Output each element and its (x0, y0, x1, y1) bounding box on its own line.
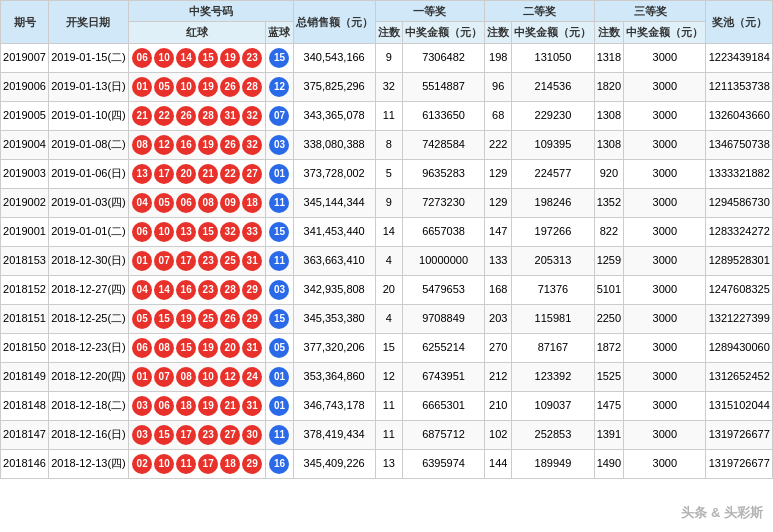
cell-first-amount: 6657038 (402, 217, 484, 246)
cell-first-amount: 6875712 (402, 420, 484, 449)
cell-date: 2019-01-03(四) (49, 188, 129, 217)
cell-pool: 1211353738 (706, 72, 773, 101)
cell-first-amount: 9635283 (402, 159, 484, 188)
blue-ball: 07 (269, 106, 289, 126)
cell-second-bets: 102 (485, 420, 512, 449)
cell-second-bets: 129 (485, 188, 512, 217)
red-ball: 11 (176, 454, 196, 474)
header-total-sales: 总销售额（元） (293, 1, 375, 44)
cell-date: 2018-12-18(二) (49, 391, 129, 420)
cell-third-amount: 3000 (624, 333, 706, 362)
cell-period: 2018151 (1, 304, 49, 333)
red-ball: 27 (220, 425, 240, 445)
cell-first-amount: 6395974 (402, 449, 484, 478)
blue-ball: 11 (269, 251, 289, 271)
red-ball: 31 (242, 338, 262, 358)
red-ball: 23 (198, 425, 218, 445)
cell-third-amount: 3000 (624, 188, 706, 217)
red-ball: 01 (132, 367, 152, 387)
red-ball: 03 (132, 425, 152, 445)
cell-pool: 1321227399 (706, 304, 773, 333)
cell-second-amount: 189949 (512, 449, 594, 478)
table-row: 20190052019-01-10(四)21222628313207343,36… (1, 101, 773, 130)
cell-first-bets: 11 (375, 420, 402, 449)
red-ball: 26 (220, 77, 240, 97)
red-ball: 19 (198, 338, 218, 358)
cell-period: 2019007 (1, 43, 49, 72)
cell-total-sales: 377,320,206 (293, 333, 375, 362)
red-ball: 01 (132, 77, 152, 97)
cell-period: 2019003 (1, 159, 49, 188)
cell-second-bets: 212 (485, 362, 512, 391)
cell-first-amount: 6665301 (402, 391, 484, 420)
blue-ball: 15 (269, 48, 289, 68)
red-ball: 22 (220, 164, 240, 184)
cell-date: 2019-01-13(日) (49, 72, 129, 101)
red-ball: 08 (132, 135, 152, 155)
cell-third-bets: 1872 (594, 333, 624, 362)
header-red-ball: 红球 (128, 22, 266, 43)
cell-red-balls: 061013153233 (128, 217, 266, 246)
cell-date: 2019-01-15(二) (49, 43, 129, 72)
red-ball: 25 (198, 309, 218, 329)
cell-pool: 1283324272 (706, 217, 773, 246)
red-ball: 23 (198, 251, 218, 271)
header-third-bets: 注数 (594, 22, 624, 43)
cell-second-bets: 144 (485, 449, 512, 478)
red-ball: 21 (132, 106, 152, 126)
cell-second-bets: 168 (485, 275, 512, 304)
cell-second-bets: 129 (485, 159, 512, 188)
cell-pool: 1319726677 (706, 420, 773, 449)
red-ball: 19 (198, 135, 218, 155)
red-ball: 26 (176, 106, 196, 126)
red-ball: 28 (242, 77, 262, 97)
red-ball: 04 (132, 280, 152, 300)
red-ball: 32 (220, 222, 240, 242)
red-ball: 06 (132, 222, 152, 242)
blue-ball: 01 (269, 367, 289, 387)
red-ball: 15 (154, 425, 174, 445)
cell-red-balls: 131720212227 (128, 159, 266, 188)
cell-second-amount: 109037 (512, 391, 594, 420)
cell-red-balls: 010717232531 (128, 246, 266, 275)
red-ball: 31 (220, 106, 240, 126)
red-ball: 17 (176, 425, 196, 445)
cell-first-bets: 11 (375, 101, 402, 130)
cell-date: 2018-12-30(日) (49, 246, 129, 275)
red-ball: 13 (132, 164, 152, 184)
cell-total-sales: 345,144,344 (293, 188, 375, 217)
header-second-bets: 注数 (485, 22, 512, 43)
header-blue-ball: 蓝球 (266, 22, 293, 43)
red-ball: 19 (198, 396, 218, 416)
red-ball: 31 (242, 251, 262, 271)
red-ball: 04 (132, 193, 152, 213)
red-ball: 10 (154, 48, 174, 68)
red-ball: 06 (176, 193, 196, 213)
cell-first-amount: 5479653 (402, 275, 484, 304)
cell-third-bets: 1525 (594, 362, 624, 391)
cell-third-bets: 1318 (594, 43, 624, 72)
red-ball: 10 (198, 367, 218, 387)
red-ball: 22 (154, 106, 174, 126)
red-ball: 15 (198, 48, 218, 68)
red-ball: 10 (176, 77, 196, 97)
red-ball: 10 (154, 454, 174, 474)
red-ball: 19 (198, 77, 218, 97)
red-ball: 06 (132, 338, 152, 358)
red-ball: 21 (220, 396, 240, 416)
table-row: 20190042019-01-08(二)08121619263203338,08… (1, 130, 773, 159)
cell-second-amount: 115981 (512, 304, 594, 333)
red-ball: 05 (154, 77, 174, 97)
red-ball: 21 (198, 164, 218, 184)
cell-first-amount: 7306482 (402, 43, 484, 72)
cell-date: 2019-01-06(日) (49, 159, 129, 188)
red-ball: 33 (242, 222, 262, 242)
red-ball: 18 (242, 193, 262, 213)
cell-second-bets: 68 (485, 101, 512, 130)
red-ball: 01 (132, 251, 152, 271)
cell-second-bets: 198 (485, 43, 512, 72)
cell-pool: 1315102044 (706, 391, 773, 420)
cell-third-bets: 1820 (594, 72, 624, 101)
cell-period: 2018146 (1, 449, 49, 478)
cell-total-sales: 373,728,002 (293, 159, 375, 188)
